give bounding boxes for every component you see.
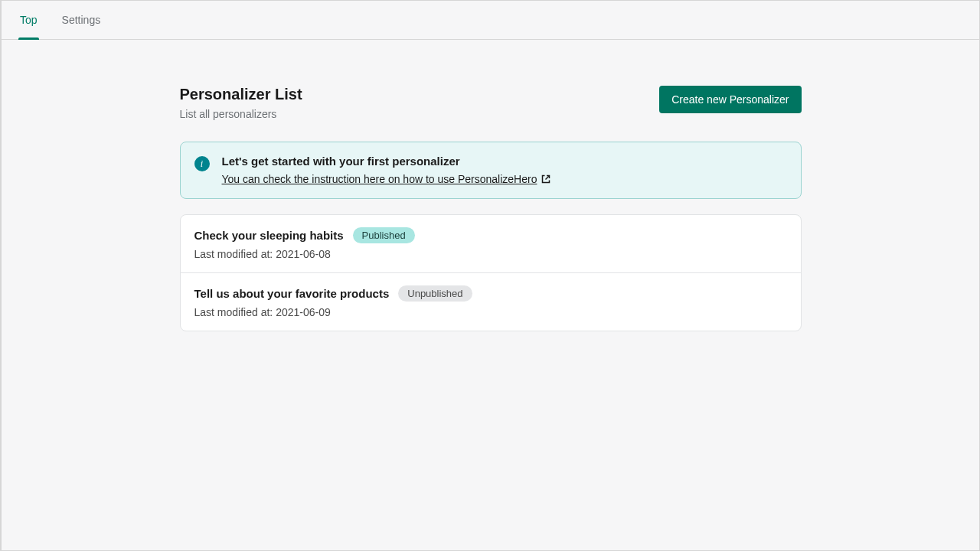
tab-settings[interactable]: Settings xyxy=(60,1,103,39)
list-item-modified: Last modified at: 2021-06-09 xyxy=(194,306,787,318)
banner-title: Let's get started with your first person… xyxy=(222,155,787,168)
list-item-modified: Last modified at: 2021-06-08 xyxy=(194,248,787,260)
banner-body: Let's get started with your first person… xyxy=(222,155,787,186)
page-header: Personalizer List List all personalizers… xyxy=(180,86,802,120)
list-item-header: Check your sleeping habits Published xyxy=(194,227,787,243)
page-header-text: Personalizer List List all personalizers xyxy=(180,86,302,120)
list-item-header: Tell us about your favorite products Unp… xyxy=(194,285,787,302)
tab-top[interactable]: Top xyxy=(18,1,39,39)
status-badge: Published xyxy=(353,227,415,243)
tab-bar: Top Settings xyxy=(2,1,979,40)
list-item-title: Check your sleeping habits xyxy=(194,229,344,242)
modified-label: Last modified at: xyxy=(194,248,276,260)
list-item[interactable]: Tell us about your favorite products Unp… xyxy=(181,273,801,331)
page-subtitle: List all personalizers xyxy=(180,108,302,120)
modified-label: Last modified at: xyxy=(194,306,276,318)
getting-started-banner: i Let's get started with your first pers… xyxy=(180,142,802,199)
page-title: Personalizer List xyxy=(180,86,302,103)
app-frame: Top Settings Personalizer List List all … xyxy=(0,0,980,551)
main-content: Personalizer List List all personalizers… xyxy=(180,40,802,331)
status-badge: Unpublished xyxy=(398,285,472,302)
list-item-title: Tell us about your favorite products xyxy=(194,287,390,300)
personalizer-list: Check your sleeping habits Published Las… xyxy=(180,214,802,331)
modified-date: 2021-06-08 xyxy=(276,248,331,260)
create-personalizer-button[interactable]: Create new Personalizer xyxy=(659,86,801,113)
info-icon: i xyxy=(194,156,210,171)
instruction-link-text: You can check the instruction here on ho… xyxy=(222,173,537,185)
modified-date: 2021-06-09 xyxy=(276,306,331,318)
external-link-icon xyxy=(541,174,550,184)
list-item[interactable]: Check your sleeping habits Published Las… xyxy=(181,215,801,273)
instruction-link[interactable]: You can check the instruction here on ho… xyxy=(222,173,551,185)
